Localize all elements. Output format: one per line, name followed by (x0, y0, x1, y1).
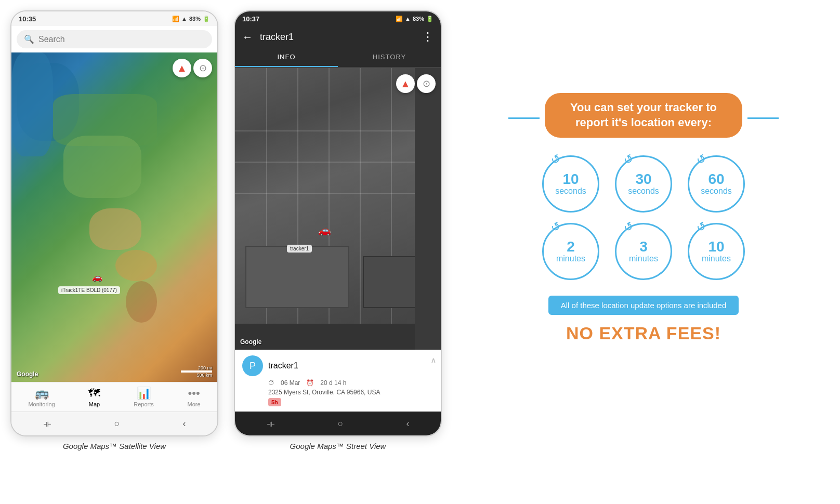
title-line-right (747, 117, 779, 119)
phone2-header: ← tracker1 ⋮ (235, 26, 441, 48)
circle-2min: ↺ 2 minutes (542, 223, 599, 280)
circle-bubble-10sec: ↺ 10 seconds (542, 155, 599, 213)
status-bar-2: 10:37 📶 ▲ 83% 🔋 (235, 11, 441, 26)
nav-reports-label: Reports (134, 401, 154, 407)
circle-3min: ↺ 3 minutes (615, 223, 672, 280)
phone1-caption: Google Maps™ Satellite View (63, 442, 166, 450)
circle-unit-60sec: seconds (701, 187, 732, 196)
car-marker-1: 🚗 (92, 271, 102, 283)
compass-2[interactable]: ▲ (396, 74, 415, 93)
circle-bubble-2min: ↺ 2 minutes (542, 223, 599, 280)
duration-icon: ⏰ (306, 379, 314, 387)
scale-200mi: 200 mi (198, 365, 212, 370)
tracker-meta: ⏱ 06 Mar ⏰ 20 d 14 h (268, 379, 434, 387)
back-button[interactable]: ← (242, 31, 253, 43)
nav-reports[interactable]: 📊 Reports (134, 387, 154, 407)
search-input[interactable] (38, 35, 205, 44)
wifi-icon-2: ▲ (405, 16, 411, 22)
tracker-name-text: tracker1 (268, 361, 298, 370)
circle-number-3min: 3 (639, 240, 648, 254)
tracker-info-row: P tracker1 ∧ (242, 355, 434, 376)
street-map: ▲ ⊙ 🚗 tracker1 Google (235, 68, 441, 350)
phone1: 10:35 📶 ▲ 83% 🔋 🔍 (10, 10, 218, 436)
nav-map[interactable]: 🗺 Map (88, 387, 100, 407)
tracker-label-1: iTrack1TE BOLD (0177) (58, 286, 120, 294)
tab-history[interactable]: HISTORY (338, 48, 441, 67)
nav-more-label: More (188, 401, 201, 407)
sys-menu-btn-1[interactable]: ⟛ (33, 416, 62, 431)
circle-bubble-10min: ↺ 10 minutes (688, 223, 745, 280)
circle-arrow-10sec: ↺ (548, 151, 563, 168)
nav-monitoring-label: Monitoring (28, 401, 55, 407)
more-icon: ••• (188, 387, 200, 400)
circle-unit-30sec: seconds (628, 187, 659, 196)
phone2: 10:37 📶 ▲ 83% 🔋 ← tracker1 ⋮ INFO HISTOR… (234, 10, 442, 436)
signal-icon-2: 📶 (396, 16, 403, 22)
circle-arrow-2min: ↺ (548, 219, 563, 235)
battery-icon-1: 🔋 (203, 16, 210, 22)
compass-1[interactable]: ▲ (173, 59, 191, 77)
circle-number-2min: 2 (567, 240, 575, 254)
bottom-nav-1: 🚌 Monitoring 🗺 Map 📊 Reports ••• More (11, 382, 217, 412)
circle-10min: ↺ 10 minutes (688, 223, 745, 280)
sys-nav-1: ⟛ ○ ‹ (11, 412, 217, 435)
nav-map-label: Map (89, 401, 100, 407)
title-line-left (508, 117, 540, 119)
circle-number-10sec: 10 (562, 172, 579, 187)
circle-unit-10min: minutes (702, 254, 731, 263)
google-watermark-1: Google (17, 370, 38, 378)
search-icon: 🔍 (24, 34, 34, 44)
time-badge: 5h (268, 398, 281, 406)
navigate-btn-1[interactable]: ⊙ (193, 59, 212, 77)
circle-bubble-60sec: ↺ 60 seconds (688, 155, 745, 213)
nav-more[interactable]: ••• More (188, 387, 201, 407)
navigate-btn-2[interactable]: ⊙ (417, 74, 436, 93)
sys-back-btn-1[interactable]: ‹ (172, 416, 196, 431)
circle-60sec: ↺ 60 seconds (688, 155, 745, 213)
tracker-date: 06 Mar (281, 379, 300, 387)
circle-10sec: ↺ 10 seconds (542, 155, 599, 213)
sys-menu-btn-2[interactable]: ⟛ (256, 416, 285, 431)
wifi-icon-1: ▲ (181, 16, 187, 22)
signal-icon-1: 📶 (172, 16, 179, 22)
circle-number-60sec: 60 (708, 172, 724, 187)
battery-1: 83% (189, 16, 201, 22)
reports-icon: 📊 (137, 387, 151, 400)
phone2-tabs: INFO HISTORY (235, 48, 441, 68)
tab-info[interactable]: INFO (235, 48, 338, 67)
status-icons-2: 📶 ▲ 83% 🔋 (396, 16, 434, 22)
status-time-2: 10:37 (242, 15, 259, 23)
circle-30sec: ↺ 30 seconds (615, 155, 672, 213)
map-area-2[interactable]: ▲ ⊙ 🚗 tracker1 Google (235, 68, 441, 350)
infographic-panel: You can set your tracker to report it's … (457, 10, 830, 426)
included-text: All of these location update options are… (548, 296, 739, 315)
circles-grid: ↺ 10 seconds ↺ 30 seconds ↺ 60 seconds (542, 155, 745, 280)
battery-2: 83% (413, 16, 424, 22)
satellite-map: ▲ ⊙ 🚗 iTrack1TE BOLD (0177) Google 200 m… (11, 52, 217, 382)
no-extra-fees: NO EXTRA FEES! (566, 323, 721, 343)
circle-arrow-30sec: ↺ (621, 151, 636, 168)
car-marker-2: 🚗 (318, 224, 331, 236)
sys-home-btn-2[interactable]: ○ (327, 416, 354, 431)
status-time-1: 10:35 (19, 15, 36, 23)
map-icon: 🗺 (88, 387, 100, 400)
status-bar-1: 10:35 📶 ▲ 83% 🔋 (11, 11, 217, 26)
sys-back-btn-2[interactable]: ‹ (396, 416, 419, 431)
sys-home-btn-1[interactable]: ○ (104, 416, 130, 431)
scroll-indicator: ∧ (430, 355, 437, 365)
nav-monitoring[interactable]: 🚌 Monitoring (28, 387, 55, 407)
scale-bar-1: 200 mi 500 km (181, 365, 212, 378)
map-area-1[interactable]: ▲ ⊙ 🚗 iTrack1TE BOLD (0177) Google 200 m… (11, 52, 217, 382)
scale-500km: 500 km (196, 373, 212, 378)
title-row: You can set your tracker to report it's … (508, 93, 779, 142)
search-bar[interactable]: 🔍 (17, 30, 212, 48)
info-panel: P tracker1 ∧ ⏱ 06 Mar ⏰ 20 d 14 h 2325 M… (235, 350, 441, 412)
tracker-avatar: P (242, 355, 263, 376)
more-button[interactable]: ⋮ (422, 30, 434, 44)
circle-unit-2min: minutes (556, 254, 585, 263)
circle-unit-3min: minutes (629, 254, 658, 263)
circle-number-30sec: 30 (635, 172, 651, 187)
infographic-title: You can set your tracker to report it's … (545, 93, 742, 137)
phone2-caption: Google Maps™ Street View (290, 442, 386, 450)
circle-bubble-30sec: ↺ 30 seconds (615, 155, 672, 213)
